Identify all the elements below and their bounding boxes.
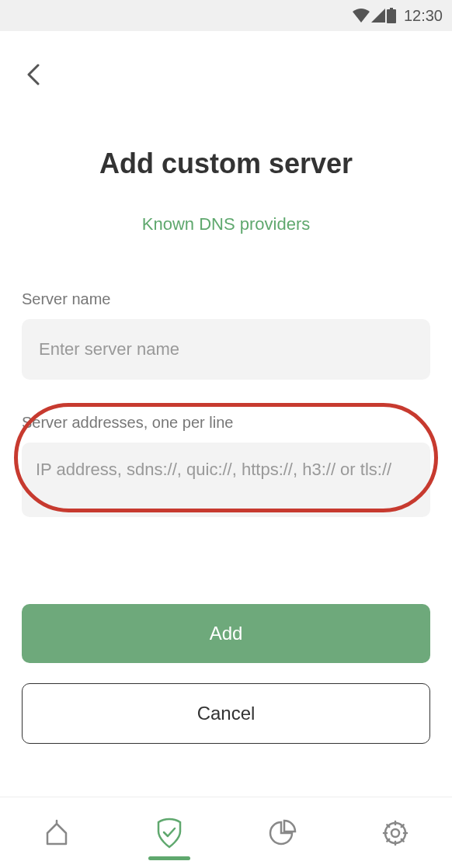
known-providers-link[interactable]: Known DNS providers	[22, 214, 430, 234]
svg-rect-1	[387, 9, 396, 23]
server-addresses-label: Server addresses, one per line	[22, 414, 430, 432]
gear-icon	[381, 818, 410, 848]
cell-signal-icon	[371, 9, 385, 23]
wifi-icon	[353, 9, 370, 23]
add-button[interactable]: Add	[22, 604, 430, 663]
shield-check-icon	[155, 818, 183, 849]
status-time: 12:30	[404, 7, 443, 25]
nav-active-indicator	[148, 856, 190, 860]
cancel-button[interactable]: Cancel	[22, 683, 430, 744]
svg-point-2	[391, 829, 399, 837]
nav-home[interactable]	[0, 797, 113, 868]
server-addresses-input[interactable]	[22, 443, 430, 517]
server-name-input[interactable]	[22, 319, 430, 380]
chevron-left-icon	[26, 64, 40, 85]
svg-rect-0	[390, 8, 393, 9]
battery-icon	[387, 8, 396, 23]
home-icon	[43, 819, 71, 847]
back-button[interactable]	[26, 64, 40, 89]
server-name-label: Server name	[22, 290, 430, 308]
pie-chart-icon	[269, 819, 297, 847]
page-title: Add custom server	[22, 148, 430, 180]
nav-settings[interactable]	[339, 797, 453, 868]
bottom-nav	[0, 797, 452, 868]
svg-point-3	[385, 823, 405, 843]
nav-protection[interactable]	[113, 797, 227, 868]
status-bar: 12:30	[0, 0, 452, 31]
nav-stats[interactable]	[226, 797, 339, 868]
status-icons	[353, 8, 396, 23]
